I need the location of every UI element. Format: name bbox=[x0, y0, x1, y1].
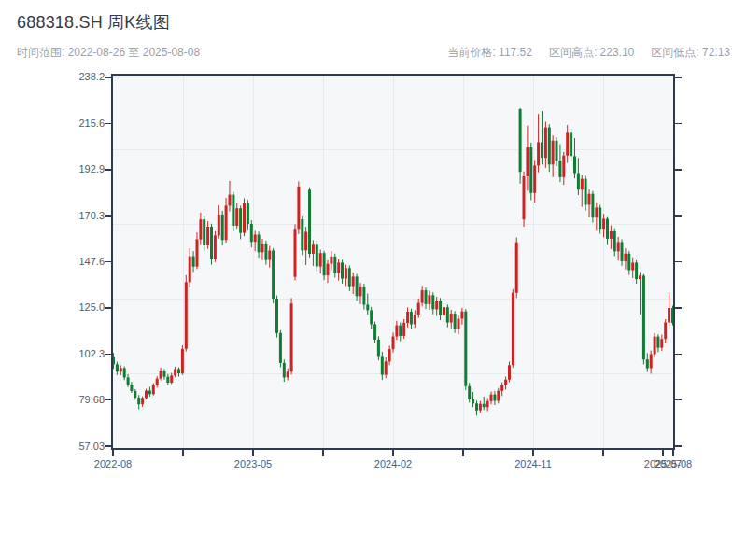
candle-body bbox=[189, 257, 191, 283]
x-tick-mark bbox=[322, 450, 324, 456]
candle-body bbox=[206, 227, 209, 245]
candle-body bbox=[163, 371, 166, 377]
candle-body bbox=[116, 364, 119, 371]
candle-body bbox=[544, 128, 547, 159]
y-tick-label: 192.9 bbox=[49, 163, 105, 175]
candle-body bbox=[588, 194, 591, 205]
candle-body bbox=[229, 195, 232, 206]
y-tick-label: 147.6 bbox=[49, 256, 105, 267]
candle-body bbox=[431, 295, 434, 309]
candle-body bbox=[225, 205, 228, 240]
candle-body bbox=[388, 349, 391, 361]
x-tick-mark bbox=[252, 450, 254, 456]
candle-body bbox=[573, 156, 576, 173]
y-tick-mark bbox=[675, 307, 682, 309]
y-tick-mark bbox=[105, 261, 111, 263]
x-tick-label: 2023-05 bbox=[220, 458, 286, 469]
y-tick-mark bbox=[105, 169, 111, 171]
candle-body bbox=[235, 208, 238, 226]
candle-body bbox=[366, 305, 369, 311]
candle-body bbox=[130, 385, 133, 391]
candle-body bbox=[304, 232, 307, 251]
candle-body bbox=[566, 132, 569, 155]
stat-range-low: 区间低点: 72.13 bbox=[651, 45, 730, 61]
candle-body bbox=[120, 368, 122, 371]
candle-body bbox=[145, 391, 148, 399]
candle-body bbox=[621, 242, 624, 261]
candle-body bbox=[156, 379, 159, 385]
candle-body bbox=[458, 319, 460, 329]
candle-body bbox=[290, 303, 293, 371]
candle-body bbox=[610, 231, 613, 239]
candle-body bbox=[529, 147, 532, 193]
candle-body bbox=[239, 208, 242, 232]
candle-body bbox=[181, 349, 184, 373]
candle-body bbox=[385, 361, 388, 374]
y-tick-mark bbox=[105, 399, 111, 401]
time-range-label: 时间范围: 2022-08-26 至 2025-08-08 bbox=[17, 45, 200, 61]
candle-body bbox=[166, 377, 169, 383]
x-tick-label: 2024-02 bbox=[360, 458, 426, 469]
candle-body bbox=[374, 325, 376, 340]
candle-body bbox=[635, 262, 638, 279]
candle-body bbox=[214, 235, 217, 259]
candle-body bbox=[348, 268, 351, 286]
candle-body bbox=[377, 340, 380, 357]
candle-body bbox=[345, 268, 347, 278]
candle-body bbox=[177, 369, 180, 373]
candle-body bbox=[650, 355, 653, 369]
candle-body bbox=[591, 194, 594, 218]
candle-body bbox=[417, 303, 420, 315]
candle-body bbox=[595, 208, 598, 218]
y-tick-mark bbox=[105, 215, 111, 217]
candle-body bbox=[395, 326, 398, 337]
candle-body bbox=[333, 257, 336, 273]
stat-range-high: 区间高点: 223.10 bbox=[549, 45, 634, 61]
candle-body bbox=[468, 386, 471, 399]
candle-body bbox=[486, 401, 489, 407]
candle-body bbox=[671, 308, 673, 323]
candle-body bbox=[406, 312, 409, 323]
x-tick-mark bbox=[392, 450, 394, 456]
candle-body bbox=[526, 147, 529, 176]
y-tick-mark bbox=[675, 215, 682, 217]
candle-body bbox=[439, 301, 442, 315]
candle-body bbox=[410, 312, 413, 325]
candle-body bbox=[297, 187, 300, 229]
y-tick-mark bbox=[675, 354, 682, 356]
candle-body bbox=[624, 254, 627, 261]
candle-body bbox=[599, 208, 601, 230]
candle-body bbox=[639, 275, 641, 279]
candle-body bbox=[668, 308, 670, 323]
candle-body bbox=[381, 357, 384, 375]
candle-body bbox=[460, 312, 463, 319]
y-tick-label: 57.03 bbox=[49, 441, 105, 452]
chart-subheader: 时间范围: 2022-08-26 至 2025-08-08 当前价格: 117.… bbox=[17, 45, 730, 61]
x-tick-label: 2025-08 bbox=[641, 458, 706, 469]
y-tick-label: 238.2 bbox=[49, 71, 105, 82]
candle-body bbox=[258, 235, 261, 253]
candle-body bbox=[141, 398, 144, 404]
candle-body bbox=[479, 404, 482, 411]
candle-body bbox=[606, 219, 609, 239]
candle-body bbox=[558, 161, 561, 177]
candle-body bbox=[221, 215, 224, 240]
candle-body bbox=[402, 323, 405, 336]
candle-body bbox=[148, 391, 151, 395]
candle-body bbox=[352, 276, 355, 286]
candle-body bbox=[170, 375, 173, 383]
candle-body bbox=[392, 337, 395, 350]
candle-body bbox=[279, 333, 282, 363]
candle-body bbox=[562, 156, 565, 177]
candle-body bbox=[523, 176, 526, 219]
candle-body bbox=[356, 276, 359, 296]
candle-body bbox=[646, 359, 649, 368]
candle-body bbox=[218, 215, 220, 236]
candle-body bbox=[127, 377, 130, 385]
candle-body bbox=[627, 254, 630, 271]
candle-body bbox=[316, 244, 318, 266]
kline-chart-page: 688318.SH 周K线图 时间范围: 2022-08-26 至 2025-0… bbox=[0, 0, 747, 560]
candle-body bbox=[454, 314, 457, 329]
candle-body bbox=[602, 219, 605, 230]
candle-body bbox=[210, 227, 213, 259]
